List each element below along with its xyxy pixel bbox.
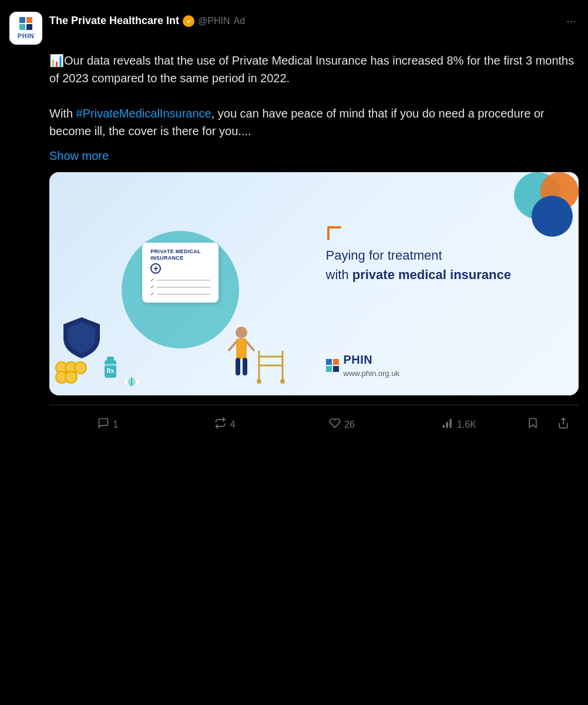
bracket-icon (326, 225, 342, 241)
doc-title: PRIVATE MEDICALINSURANCE (150, 249, 210, 261)
svg-text:Rx: Rx (107, 368, 115, 374)
ad-image-card[interactable]: PRIVATE MEDICALINSURANCE + ✓ ✓ (49, 172, 579, 395)
svg-point-17 (257, 379, 261, 384)
emoji: 📊 (49, 54, 64, 67)
bookmark-button[interactable] (518, 412, 548, 437)
ad-headline-bold: private medical insurance (352, 267, 511, 282)
avatar[interactable]: PHIN (9, 12, 42, 45)
svg-point-7 (236, 327, 247, 338)
verified-icon (183, 15, 194, 27)
show-more-link[interactable]: Show more (49, 149, 579, 163)
phin-brand-text: PHIN (344, 353, 399, 367)
ad-label: Ad (234, 16, 246, 26)
avatar-text: PHIN (18, 32, 34, 39)
doc-plus-icon: + (150, 263, 161, 274)
views-button[interactable]: 1.6K (401, 412, 518, 437)
svg-line-10 (247, 342, 254, 350)
views-icon (442, 417, 453, 432)
insurance-document: PRIVATE MEDICALINSURANCE + ✓ ✓ (142, 243, 219, 303)
tweet-card: PHIN The Private Healthcare Int @PHIN Ad… (0, 0, 588, 705)
ad-phin-logo: PHIN www.phin.org.uk (326, 353, 565, 378)
svg-point-0 (183, 15, 194, 27)
tweet-content: 📊Our data reveals that the use of Privat… (9, 52, 579, 444)
svg-point-6 (127, 378, 136, 386)
like-count: 26 (344, 419, 355, 430)
svg-rect-21 (449, 419, 451, 428)
coins-icon (55, 361, 87, 384)
views-count: 1.6K (457, 419, 476, 430)
shield-icon (61, 315, 102, 361)
svg-line-9 (229, 342, 236, 350)
reply-count: 1 (113, 419, 118, 430)
retweet-icon (214, 417, 226, 432)
action-bar: 1 4 (49, 405, 579, 444)
decorative-circles (508, 172, 579, 237)
like-button[interactable]: 26 (284, 412, 401, 437)
ad-text-area: Paying for treatment with private medica… (312, 172, 579, 395)
handle: @PHIN (198, 16, 230, 26)
heart-icon (329, 417, 341, 432)
medicine-bottle-icon: Rx (102, 357, 119, 382)
person-figure (227, 325, 256, 387)
more-options-icon[interactable]: ··· (564, 12, 579, 30)
svg-rect-12 (243, 358, 247, 375)
reply-icon (98, 417, 109, 432)
svg-rect-3 (105, 364, 116, 366)
ad-headline-line1: Paying for treatment (326, 247, 559, 264)
svg-point-18 (280, 379, 285, 384)
svg-rect-20 (446, 422, 448, 428)
ad-illustration: PRIVATE MEDICALINSURANCE + ✓ ✓ (49, 172, 312, 395)
svg-rect-1 (107, 357, 114, 360)
tweet-header: PHIN The Private Healthcare Int @PHIN Ad… (9, 12, 579, 45)
header-info: The Private Healthcare Int @PHIN Ad ··· (49, 12, 579, 30)
tweet-text: 📊Our data reveals that the use of Privat… (49, 52, 579, 140)
phin-url: www.phin.org.uk (344, 369, 399, 378)
svg-rect-19 (443, 425, 445, 428)
reply-button[interactable]: 1 (49, 412, 166, 437)
account-name[interactable]: The Private Healthcare Int (49, 15, 179, 27)
svg-rect-8 (236, 338, 247, 359)
share-button[interactable] (548, 412, 579, 437)
hashtag-link[interactable]: #PrivateMedicalInsurance (76, 107, 211, 120)
bookmark-icon (527, 417, 539, 432)
walker-frame-icon (253, 345, 288, 388)
svg-rect-11 (236, 358, 240, 375)
ad-headline-with: with (326, 267, 352, 282)
share-icon (557, 417, 569, 432)
retweet-count: 4 (230, 419, 235, 430)
pills-icon (123, 377, 140, 390)
retweet-button[interactable]: 4 (166, 412, 283, 437)
